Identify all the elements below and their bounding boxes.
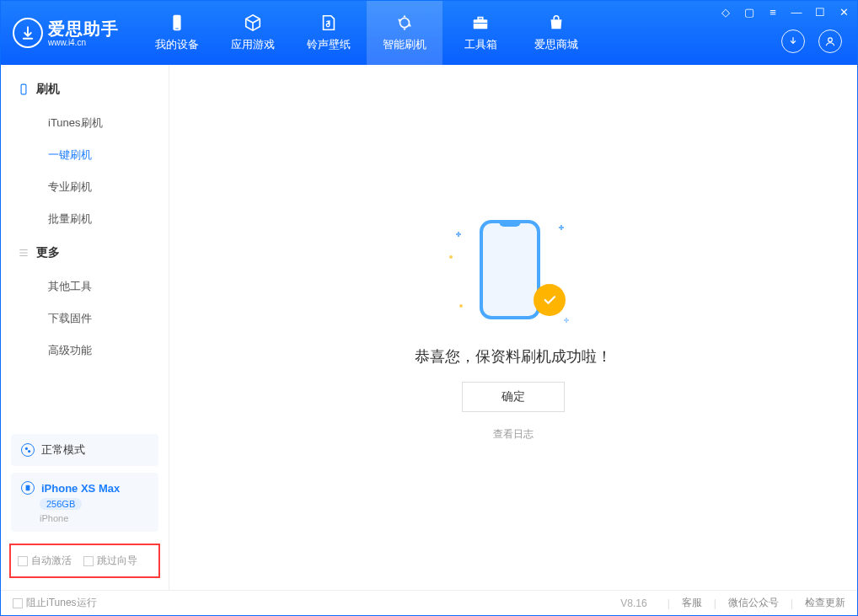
main-content: 恭喜您，保资料刷机成功啦！ 确定 查看日志 xyxy=(169,65,857,590)
tab-label: 工具箱 xyxy=(464,37,497,52)
checkbox-icon xyxy=(13,598,23,608)
checkbox-block-itunes[interactable]: 阻止iTunes运行 xyxy=(13,596,97,610)
sidebar-item-download[interactable]: 下载固件 xyxy=(1,303,169,335)
menu-icon[interactable]: ≡ xyxy=(766,6,780,19)
account-icons xyxy=(781,29,842,53)
sidebar-item-batch[interactable]: 批量刷机 xyxy=(1,203,169,235)
checkbox-icon xyxy=(83,556,94,566)
phone-icon xyxy=(18,83,29,95)
sidebar: 刷机 iTunes刷机 一键刷机 专业刷机 批量刷机 更多 其他工具 下载固件 … xyxy=(1,65,169,590)
checkmark-badge-icon xyxy=(534,284,566,316)
mode-card[interactable]: 正常模式 xyxy=(11,434,158,466)
svg-rect-4 xyxy=(478,18,483,20)
sidebar-item-itunes[interactable]: iTunes刷机 xyxy=(1,107,169,139)
footer: 阻止iTunes运行 V8.16 | 客服 | 微信公众号 | 检查更新 xyxy=(1,590,857,615)
app-title: 爱思助手 xyxy=(48,19,119,38)
sidebar-item-other[interactable]: 其他工具 xyxy=(1,271,169,303)
tab-label: 爱思商城 xyxy=(534,37,578,52)
device-type: iPhone xyxy=(40,513,68,523)
sidebar-item-onekey[interactable]: 一键刷机 xyxy=(1,139,169,171)
checkbox-skip-guide[interactable]: 跳过向导 xyxy=(83,554,137,568)
cube-icon xyxy=(244,13,262,32)
device-icon xyxy=(168,13,186,32)
svg-point-2 xyxy=(400,19,410,28)
svg-rect-7 xyxy=(21,84,26,94)
minimize-button[interactable]: — xyxy=(790,6,803,19)
checkbox-icon xyxy=(18,556,28,566)
svg-rect-10 xyxy=(26,485,30,490)
view-log-link[interactable]: 查看日志 xyxy=(493,427,534,442)
music-file-icon xyxy=(319,13,338,32)
flash-options-box: 自动激活 跳过向导 xyxy=(9,544,160,578)
tab-apps[interactable]: 应用游戏 xyxy=(215,1,291,65)
maximize-button[interactable]: ☐ xyxy=(813,6,827,19)
logo[interactable]: 爱思助手 www.i4.cn xyxy=(1,1,131,65)
tab-label: 智能刷机 xyxy=(383,37,426,52)
logo-icon xyxy=(13,18,43,48)
refresh-gear-icon xyxy=(395,13,414,32)
close-button[interactable]: ✕ xyxy=(837,6,850,19)
mode-icon xyxy=(21,443,35,457)
support-link[interactable]: 客服 xyxy=(682,596,702,610)
tab-label: 应用游戏 xyxy=(231,37,275,52)
device-card[interactable]: iPhone XS Max 256GB iPhone xyxy=(11,473,158,532)
user-icon[interactable] xyxy=(818,29,842,53)
window-controls: ◇ ▢ ≡ — ☐ ✕ xyxy=(719,6,850,19)
checkbox-auto-activate[interactable]: 自动激活 xyxy=(18,554,72,568)
tab-ringtone[interactable]: 铃声壁纸 xyxy=(291,1,367,65)
mode-label: 正常模式 xyxy=(41,442,85,458)
bag-icon xyxy=(547,13,566,32)
tab-toolbox[interactable]: 工具箱 xyxy=(442,1,518,65)
success-illustration xyxy=(454,213,572,331)
toolbox-icon xyxy=(471,13,490,32)
device-name: iPhone XS Max xyxy=(41,482,120,495)
svg-rect-1 xyxy=(175,28,179,29)
ok-button[interactable]: 确定 xyxy=(462,382,565,412)
main-tabs: 我的设备 应用游戏 铃声壁纸 智能刷机 工具箱 爱思商城 xyxy=(139,1,594,65)
storage-badge: 256GB xyxy=(40,498,82,510)
tab-store[interactable]: 爱思商城 xyxy=(518,1,594,65)
svg-point-6 xyxy=(829,38,833,42)
tab-label: 铃声壁纸 xyxy=(307,37,351,52)
tab-flash[interactable]: 智能刷机 xyxy=(367,1,442,65)
sidebar-item-advanced[interactable]: 高级功能 xyxy=(1,335,169,367)
skin-icon[interactable]: ◇ xyxy=(719,6,732,19)
version-label: V8.16 xyxy=(620,597,646,609)
svg-rect-3 xyxy=(474,19,488,29)
app-header: 爱思助手 www.i4.cn 我的设备 应用游戏 铃声壁纸 智能刷机 工具箱 爱… xyxy=(1,1,857,65)
wechat-link[interactable]: 微信公众号 xyxy=(728,596,779,610)
sidebar-header-more: 更多 xyxy=(1,235,169,271)
success-message: 恭喜您，保资料刷机成功啦！ xyxy=(415,346,612,367)
update-link[interactable]: 检查更新 xyxy=(805,596,845,610)
svg-rect-5 xyxy=(474,23,488,24)
tab-label: 我的设备 xyxy=(155,37,199,52)
svg-rect-0 xyxy=(173,15,180,30)
svg-point-9 xyxy=(28,450,30,453)
feedback-icon[interactable]: ▢ xyxy=(743,6,756,19)
svg-point-8 xyxy=(25,447,28,450)
list-icon xyxy=(18,247,29,259)
tab-my-device[interactable]: 我的设备 xyxy=(139,1,215,65)
phone-graphic xyxy=(480,220,540,319)
sidebar-header-flash: 刷机 xyxy=(1,72,169,107)
app-subtitle: www.i4.cn xyxy=(48,38,119,47)
download-icon[interactable] xyxy=(781,29,805,53)
sidebar-item-pro[interactable]: 专业刷机 xyxy=(1,171,169,203)
device-card-icon xyxy=(21,481,35,495)
